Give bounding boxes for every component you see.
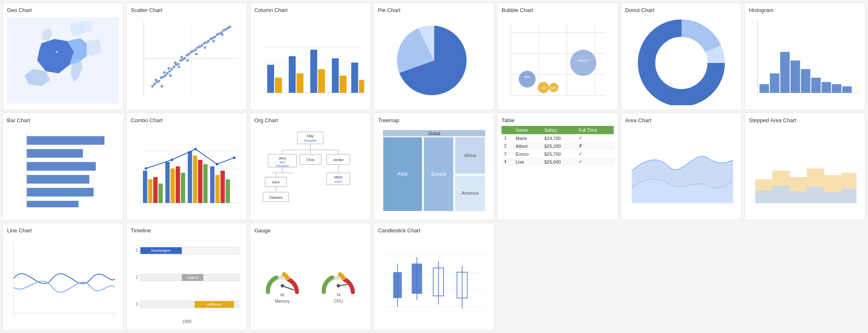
histogram-card: Histogram <box>744 2 866 110</box>
memory-label: Memory <box>275 299 290 304</box>
svg-text:IRN: IRN <box>525 75 530 79</box>
gauge-card: Gauge 92 Memory <box>250 223 371 331</box>
svg-point-39 <box>211 37 214 39</box>
svg-point-17 <box>170 68 173 70</box>
svg-rect-124 <box>181 173 185 203</box>
line-svg <box>7 236 119 326</box>
cell-name: Marie <box>513 134 542 142</box>
cell-salary: $25,700 <box>542 150 576 158</box>
svg-rect-122 <box>170 169 174 203</box>
svg-rect-96 <box>770 73 779 93</box>
svg-point-47 <box>229 26 231 28</box>
svg-rect-123 <box>176 166 180 203</box>
svg-rect-180 <box>7 238 119 324</box>
svg-point-91 <box>658 40 705 87</box>
svg-point-40 <box>213 36 216 38</box>
svg-rect-128 <box>203 164 207 203</box>
svg-point-25 <box>183 57 186 60</box>
donut-chart-area <box>625 16 738 105</box>
cell-name: Lise <box>513 158 542 166</box>
geo-chart-area <box>7 16 119 105</box>
scatter-chart-card: Scatter Chart <box>126 2 248 110</box>
svg-rect-99 <box>801 69 810 93</box>
table-header-row: Name Salary Full Time <box>502 126 614 134</box>
svg-point-15 <box>163 71 166 74</box>
cell-name: Albert <box>513 142 542 150</box>
svg-point-134 <box>170 159 173 161</box>
bar-chart-area <box>7 126 119 215</box>
candlestick-area <box>378 236 490 326</box>
svg-text:Asia: Asia <box>397 171 407 177</box>
svg-point-13 <box>164 74 166 77</box>
svg-rect-195 <box>393 272 402 298</box>
org-chart-card: Org Chart May President Jerry Vice Presi… <box>250 113 371 220</box>
timeline-area: 1 Washington 2 Adams 3 Jefferson 1800 <box>131 236 243 326</box>
svg-point-187 <box>337 284 340 287</box>
svg-rect-121 <box>165 162 169 203</box>
svg-point-184 <box>281 284 284 287</box>
svg-text:Global: Global <box>428 131 440 136</box>
svg-rect-197 <box>412 263 422 294</box>
table-container: Name Salary Full Time 1 Marie $24,700 ✓ … <box>502 126 614 220</box>
svg-point-42 <box>218 32 220 35</box>
svg-point-46 <box>227 27 229 29</box>
cell-salary: $24,700 <box>542 134 576 142</box>
svg-point-86 <box>570 50 596 76</box>
combo-svg <box>131 126 243 215</box>
memory-gauge-svg: 92 <box>264 267 301 298</box>
svg-point-12 <box>162 75 164 78</box>
svg-point-80 <box>519 71 536 88</box>
geo-chart-title: Geo Chart <box>7 7 119 13</box>
svg-rect-131 <box>220 171 224 203</box>
timeline-axis: 1800 <box>134 319 240 324</box>
donut-chart-card: Donut Chart <box>621 2 742 110</box>
svg-rect-110 <box>27 188 94 197</box>
column-chart-title: Column Chart <box>254 7 366 13</box>
col-name: Name <box>513 126 542 134</box>
bar-svg <box>7 126 119 215</box>
table-row: 4 Lise $26,600 ✓ <box>502 158 614 166</box>
svg-text:RIEGY: RIEGY <box>578 59 588 63</box>
svg-point-28 <box>188 53 190 55</box>
svg-text:America: America <box>461 191 479 195</box>
cell-num: 1 <box>502 134 513 142</box>
svg-text:Jordan: Jordan <box>333 158 344 162</box>
timeline-row-3: 3 Jefferson <box>134 292 240 317</box>
svg-point-50 <box>178 65 180 68</box>
histogram-svg <box>749 16 861 105</box>
table-body: 1 Marie $24,700 ✓ 2 Albert $25,200 ✗ 3 E… <box>502 134 614 166</box>
svg-text:Europe: Europe <box>431 171 446 176</box>
svg-rect-64 <box>297 73 304 93</box>
histogram-area <box>749 16 861 105</box>
stepped-area-title: Stepped Area Chart <box>749 117 861 123</box>
svg-point-36 <box>205 41 207 43</box>
donut-chart-title: Donut Chart <box>625 7 738 13</box>
treemap-title: Treemap <box>378 117 490 123</box>
cell-name: Enrico <box>513 150 542 158</box>
svg-point-6 <box>151 85 153 87</box>
stepped-area-area <box>749 126 861 215</box>
svg-text:Jerry: Jerry <box>279 156 287 160</box>
svg-point-19 <box>173 65 175 68</box>
bubble-svg: IRN US DEU RIEGY <box>502 16 614 105</box>
bubble-chart-card: Bubble Chart IRN US <box>497 2 618 110</box>
svg-line-183 <box>282 286 294 290</box>
timeline-row-1: 1 Washington <box>134 238 240 263</box>
candlestick-title: Candlestick Chart <box>378 227 490 234</box>
stepped-svg <box>749 126 861 215</box>
column-chart-card: Column Chart <box>250 2 371 110</box>
pie-chart-title: Pie Chart <box>378 7 490 13</box>
svg-point-18 <box>167 67 170 70</box>
svg-point-34 <box>200 44 203 46</box>
svg-point-133 <box>145 167 147 170</box>
svg-point-52 <box>195 53 198 55</box>
svg-point-48 <box>160 85 163 87</box>
table-row: 3 Enrico $25,700 ✓ <box>502 150 614 158</box>
timeline-track-3: Jefferson <box>140 301 240 308</box>
treemap-svg: Global Asia Europe Africa America <box>378 126 490 215</box>
svg-rect-103 <box>842 86 852 93</box>
svg-text:Cleaners: Cleaners <box>269 195 283 200</box>
timeline-num-2: 2 <box>134 275 140 280</box>
geo-chart-card: Geo Chart <box>2 2 124 110</box>
svg-text:Mitch: Mitch <box>334 175 342 179</box>
